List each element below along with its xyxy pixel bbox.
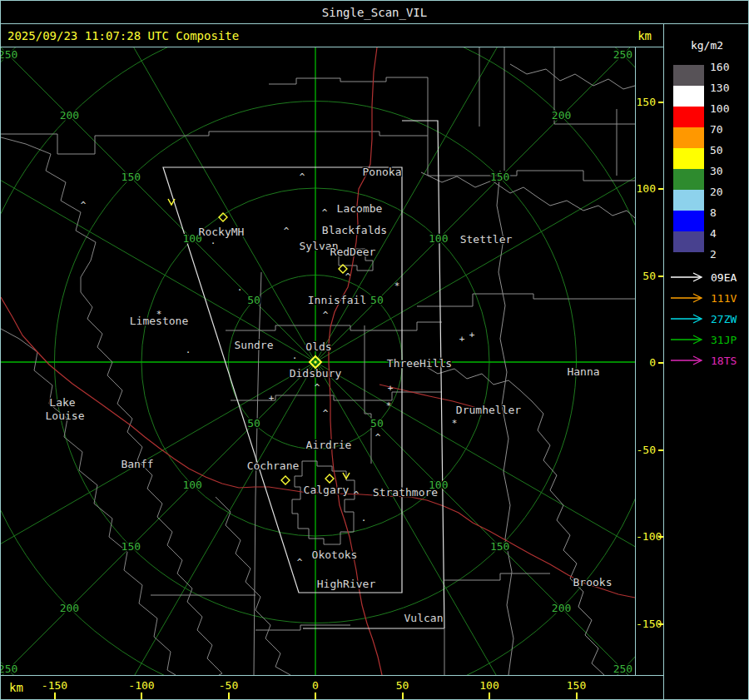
storm-motion-arrow — [168, 199, 175, 205]
city-label: Hanna — [567, 365, 599, 378]
range-ring-label: 50 — [247, 294, 260, 306]
storm-track-id: 111V — [711, 292, 737, 305]
town-marker: ^ — [323, 408, 329, 419]
bottom-axis-tick-mark — [54, 693, 56, 699]
radar-map-canvas[interactable]: 5050505010010010010015015015015020020020… — [1, 47, 635, 675]
town-marker: . — [186, 345, 191, 355]
county-boundary — [417, 294, 635, 306]
legend-panel: kg/m2 1601301007050302084209EA111V27ZW31… — [663, 24, 749, 700]
color-scale-value: 100 — [710, 103, 729, 114]
town-marker: * — [386, 400, 392, 411]
range-ring-label: 100 — [429, 232, 448, 245]
city-label: Calgary — [304, 484, 350, 496]
radar-viewer-window: Single_Scan_VIL 2025/09/23 11:07:28 UTC … — [0, 0, 749, 700]
color-scale-value: 8 — [710, 207, 717, 218]
radar-map-area[interactable]: 5050505010010010010015015015015020020020… — [1, 47, 635, 675]
storm-track-legend-item: 31JP — [669, 334, 748, 345]
town-marker: . — [237, 282, 243, 293]
right-axis-tick-label: 150 — [636, 97, 656, 108]
city-label: Brooks — [573, 576, 613, 588]
county-boundary — [365, 325, 371, 464]
range-ring-label: 200 — [552, 109, 571, 122]
city-label: Okotoks — [312, 549, 358, 561]
range-ring-label: 50 — [370, 417, 384, 429]
city-label: Sundre — [235, 339, 274, 351]
color-scale-value: 4 — [710, 228, 717, 239]
bottom-distance-axis: km -150-100-50050100150 — [1, 675, 663, 700]
storm-track-arrow-icon — [669, 355, 707, 365]
city-label: Blackfalds — [322, 224, 387, 236]
town-marker: ^ — [345, 271, 351, 282]
city-label: RedDeer — [330, 246, 376, 258]
color-swatch — [673, 148, 704, 169]
range-ring-label: 200 — [60, 109, 79, 122]
town-marker: + — [469, 330, 475, 340]
town-marker: . — [292, 350, 298, 361]
radar-site-marker — [325, 474, 334, 483]
window-title: Single_Scan_VIL — [1, 1, 748, 24]
storm-track-legend-item: 18TS — [669, 355, 748, 366]
right-axis-unit-label: km — [637, 29, 652, 42]
bottom-axis-tick-mark — [576, 693, 578, 699]
range-ring-label: 250 — [613, 663, 632, 675]
city-label: Vulcan — [404, 612, 444, 624]
town-marker: ^ — [322, 207, 328, 218]
storm-track-legend-item: 111V — [669, 292, 748, 304]
city-label: HighRiver — [317, 578, 376, 590]
right-distance-axis: 150100500-50-100-150 — [635, 47, 664, 675]
color-swatch — [673, 107, 704, 127]
city-label: Airdrie — [306, 439, 352, 451]
city-label: Lacombe — [337, 202, 383, 215]
info-bar: 2025/09/23 11:07:28 UTC Composite km — [1, 24, 663, 47]
storm-track-id: 09EA — [711, 271, 737, 284]
range-ring-label: 200 — [60, 602, 79, 614]
right-axis-tick-label: -50 — [636, 444, 656, 456]
city-label: Ponoka — [363, 166, 402, 178]
bottom-axis-tick-mark — [489, 693, 490, 699]
town-marker: ^ — [300, 171, 305, 182]
storm-track-arrow-icon — [669, 293, 707, 303]
range-ring-label: 50 — [370, 294, 384, 306]
terrain-boundary — [1, 329, 176, 675]
color-scale-value: 20 — [710, 186, 723, 197]
bottom-axis-tick-label: -100 — [117, 679, 166, 692]
county-boundary — [269, 77, 428, 136]
town-marker: ^ — [354, 489, 360, 500]
town-marker: . — [361, 513, 367, 524]
right-axis-tick-label: 0 — [636, 357, 656, 369]
color-swatch — [673, 65, 704, 86]
bottom-axis-tick-mark — [402, 693, 404, 699]
range-ring-label: 250 — [1, 663, 17, 675]
storm-track-arrow-icon — [669, 335, 707, 345]
bottom-axis-tick-label: 50 — [378, 679, 428, 692]
bottom-axis-tick-mark — [141, 693, 142, 699]
bottom-axis-tick-label: 150 — [552, 679, 602, 692]
town-marker: ^ — [315, 382, 320, 393]
town-marker: ^ — [284, 226, 290, 236]
range-ring-label: 50 — [247, 417, 260, 429]
scan-timestamp: 2025/09/23 11:07:28 UTC Composite — [7, 29, 239, 42]
city-label: Cochrane — [247, 459, 300, 472]
town-marker: ^ — [375, 432, 381, 443]
storm-track-id: 18TS — [711, 355, 737, 367]
right-axis-tick-label: -100 — [636, 531, 656, 543]
bottom-axis-tick-label: -150 — [30, 679, 80, 692]
town-marker: + — [269, 393, 275, 404]
bottom-axis-tick-label: 0 — [290, 679, 340, 692]
town-marker: + — [459, 334, 465, 345]
range-ring-label: 150 — [122, 171, 141, 183]
county-boundary — [497, 171, 513, 675]
range-ring-label: 150 — [490, 171, 509, 183]
storm-track-arrow-icon — [669, 314, 707, 324]
bottom-axis-tick-label: -50 — [204, 679, 254, 692]
color-scale-value: 2 — [710, 249, 717, 260]
city-label: Banff — [121, 458, 153, 470]
county-boundary — [510, 64, 635, 89]
city-label: Drumheller — [456, 404, 521, 416]
city-label: Innisfail — [308, 294, 366, 306]
bottom-axis-tick-mark — [315, 693, 316, 699]
storm-track-legend-item: 09EA — [669, 271, 748, 283]
storm-track-arrow-icon — [669, 272, 707, 282]
county-boundary — [1, 132, 635, 181]
color-scale-value: 160 — [710, 62, 729, 72]
